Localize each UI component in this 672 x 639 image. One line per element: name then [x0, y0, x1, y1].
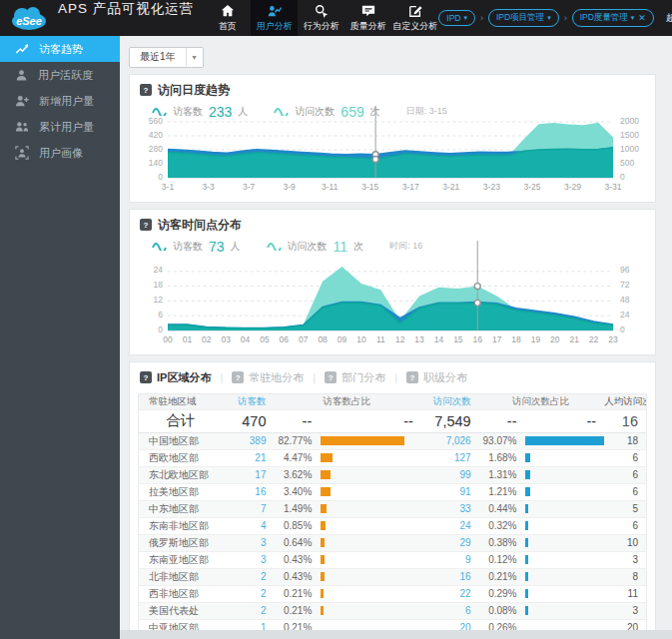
region-card: ?IP区域分布|?常驻地分布|?部门分布|?职级分布 常驻地区域访客数访客数占比…: [129, 361, 656, 639]
row-visitors-link[interactable]: 2: [223, 571, 273, 582]
region-table: 常驻地区域访客数访客数占比访问次数访问次数占比人均访问次数合计470----7,…: [138, 393, 647, 639]
y-axis-tick-left: 420: [149, 131, 163, 140]
visitors-pct-bar: [321, 521, 325, 530]
row-region: 俄罗斯地区部: [139, 536, 223, 550]
row-visitors-link[interactable]: 389: [223, 435, 273, 446]
tab-separator: |: [220, 371, 223, 383]
nav-item-user-chart[interactable]: 用户分析: [251, 0, 298, 36]
row-visitors-link[interactable]: 2: [223, 588, 273, 599]
sidebar-item-people[interactable]: 累计用户量: [0, 114, 120, 140]
row-visits-pct: 0.44%: [477, 503, 521, 514]
row-visitors-bar-cell: [316, 436, 421, 445]
row-visitors-link[interactable]: 4: [223, 520, 273, 531]
row-visits-bar-cell: [520, 572, 604, 581]
row-visits-link[interactable]: 6: [421, 605, 477, 616]
y-axis-tick-left: 6: [158, 311, 163, 320]
x-axis-tick: 19: [531, 334, 540, 344]
row-visits-pct: 1.21%: [477, 486, 521, 497]
row-visitors-bar-cell: [316, 606, 421, 615]
date-range-button[interactable]: 最近1年 ▾: [129, 47, 204, 68]
chevron-down-icon[interactable]: ▾: [547, 14, 551, 22]
help-icon[interactable]: ?: [140, 371, 152, 383]
help-icon[interactable]: ?: [232, 371, 244, 383]
date-range-label: 最近1年: [130, 50, 186, 64]
sidebar-item-trend[interactable]: 访客趋势: [0, 36, 120, 62]
row-visits-link[interactable]: 24: [421, 520, 477, 531]
sidebar-item-portrait[interactable]: 用户画像: [0, 140, 120, 166]
row-visitors-link[interactable]: 2: [223, 605, 273, 616]
tab-label: 职级分布: [423, 370, 467, 385]
total-visitors-bar: --: [316, 413, 421, 429]
trend-icon: [15, 42, 29, 56]
x-axis-tick: 3-29: [564, 182, 581, 192]
help-icon[interactable]: ?: [325, 371, 336, 383]
x-axis-tick: 23: [608, 334, 617, 344]
x-axis-tick: 3-11: [322, 182, 337, 192]
help-icon[interactable]: ?: [140, 219, 152, 231]
chevron-down-icon[interactable]: ▾: [186, 48, 203, 67]
nav-item-behavior[interactable]: 行为分析: [298, 0, 344, 36]
row-visits-pct: 0.29%: [477, 588, 521, 599]
breadcrumb-pill[interactable]: IPD▾: [438, 10, 475, 26]
row-visits-bar-cell: [520, 504, 604, 513]
y-axis-tick-right: 0: [620, 325, 625, 334]
row-visits-link[interactable]: 127: [421, 452, 477, 463]
row-visits-bar-cell: [520, 538, 604, 547]
row-visits-link[interactable]: 22: [421, 588, 477, 599]
row-per-capita: 10: [604, 537, 646, 548]
legend-name: 访客数: [173, 240, 203, 254]
nav-item-home[interactable]: 首页: [204, 0, 251, 36]
nav-item-custom[interactable]: 自定义分析: [391, 0, 438, 36]
chevron-down-icon[interactable]: ▾: [463, 14, 467, 22]
row-visits-link[interactable]: 91: [421, 486, 477, 497]
table-row: 西欧地区部214.47%1271.68%6: [139, 450, 646, 467]
row-visitors-link[interactable]: 3: [223, 537, 273, 548]
close-icon[interactable]: ✕: [638, 13, 646, 23]
legend-item[interactable]: 访问次数659次: [274, 104, 379, 120]
row-visits-link[interactable]: 29: [421, 537, 477, 548]
tab-0[interactable]: ?IP区域分布: [140, 370, 211, 385]
row-visitors-link[interactable]: 17: [223, 469, 273, 480]
sidebar-item-person-plus[interactable]: 新增用户量: [0, 88, 120, 114]
legend-item[interactable]: 访客数73人: [152, 239, 241, 255]
nav-item-quality[interactable]: 质量分析: [344, 0, 391, 36]
chevron-down-icon[interactable]: ▾: [631, 14, 635, 22]
tab-3[interactable]: ?职级分布: [406, 370, 467, 385]
x-axis-tick: 11: [376, 334, 385, 344]
row-visits-bar-cell: [520, 470, 604, 479]
daily-trend-legend: 访客数233人访问次数659次日期: 3-15: [152, 104, 645, 120]
row-visitors-link[interactable]: 21: [223, 452, 273, 463]
row-visitors-link[interactable]: 7: [223, 503, 273, 514]
tab-1[interactable]: ?常驻地分布: [232, 370, 304, 385]
breadcrumb-pill[interactable]: IPD项目管理▾: [488, 9, 559, 27]
row-visits-pct: 0.38%: [477, 537, 521, 548]
breadcrumb-pill[interactable]: IPD度量管理▾✕: [572, 9, 654, 27]
x-axis-tick: 08: [318, 334, 327, 344]
tab-2[interactable]: ?部门分布: [325, 370, 385, 385]
sidebar-item-person[interactable]: 用户活跃度: [0, 62, 120, 88]
y-axis-tick-right: 2000: [620, 117, 639, 126]
help-icon[interactable]: ?: [406, 371, 418, 383]
row-visitors-pct: 0.43%: [272, 571, 316, 582]
legend-item[interactable]: 访客数233人: [152, 104, 248, 120]
logo[interactable]: eSee: [0, 0, 54, 36]
legend-name: 访问次数: [295, 105, 335, 119]
x-axis-tick: 01: [183, 334, 192, 344]
row-visits-link[interactable]: 9: [421, 554, 477, 565]
legend-item[interactable]: 访问次数11次: [267, 239, 364, 255]
help-icon[interactable]: ?: [140, 84, 152, 96]
row-per-capita: 8: [604, 571, 646, 582]
sidebar-item-label: 累计用户量: [39, 120, 94, 135]
row-visits-link[interactable]: 7,026: [421, 435, 477, 446]
hover-marker-point: [372, 156, 378, 162]
x-axis-tick: 06: [280, 334, 289, 344]
row-visits-link[interactable]: 99: [421, 469, 477, 480]
row-visitors-pct: 0.21%: [272, 588, 316, 599]
row-visits-link[interactable]: 16: [421, 571, 477, 582]
row-visits-link[interactable]: 33: [421, 503, 477, 514]
x-axis-tick: 14: [434, 334, 443, 344]
row-region: 西非地区部: [139, 587, 223, 601]
daily-trend-chart: 014028042056005001000150020003-13-33-73-…: [168, 122, 613, 195]
row-visitors-link[interactable]: 16: [223, 486, 273, 497]
row-visitors-link[interactable]: 3: [223, 554, 273, 565]
